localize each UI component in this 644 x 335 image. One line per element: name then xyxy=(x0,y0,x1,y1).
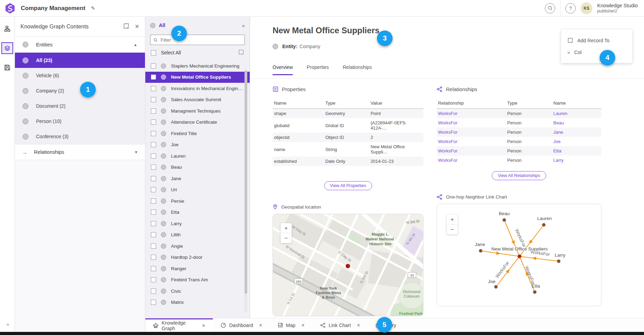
record-row[interactable]: Innovations in Mechanical Engin… xyxy=(145,83,250,94)
entities-header[interactable]: Entities ▲ xyxy=(15,37,145,53)
map-canvas[interactable]: N 3rd StW Clay StW Marshall StE Clay StN… xyxy=(273,214,423,316)
relationship-link[interactable]: WorksFor xyxy=(437,109,506,118)
record-row[interactable]: Lilith xyxy=(145,229,250,241)
relationship-name-link[interactable]: Etta xyxy=(552,146,602,156)
menu-item-collapse[interactable]: » Col xyxy=(561,46,632,58)
relationship-link[interactable]: WorksFor xyxy=(437,127,506,137)
menu-item-add-record-to[interactable]: Add Record To xyxy=(561,34,632,46)
link-chart-canvas[interactable]: WorksForWorksForWorksForWorksForBeauLaur… xyxy=(437,204,601,306)
record-row[interactable]: Uri xyxy=(145,184,250,196)
record-row[interactable]: Jane xyxy=(145,173,250,184)
tab-knowledge-graph[interactable]: Knowledge Graph ✕ xyxy=(145,318,213,332)
relationships-header[interactable]: → Relationships ▼ xyxy=(15,144,145,160)
help-button[interactable]: ? xyxy=(565,3,576,14)
relationship-name-link[interactable]: Lauren xyxy=(552,109,602,118)
record-checkbox[interactable] xyxy=(151,74,156,80)
relationship-name-link[interactable]: Joe xyxy=(552,137,602,146)
record-checkbox[interactable] xyxy=(151,289,156,294)
record-row[interactable]: Matrix xyxy=(145,297,250,308)
record-row[interactable]: Sales Associate Summit xyxy=(145,94,250,106)
record-row[interactable]: Managment Techniques xyxy=(145,105,250,117)
record-checkbox[interactable] xyxy=(151,210,156,215)
record-checkbox[interactable] xyxy=(151,277,156,282)
record-checkbox[interactable] xyxy=(151,300,156,305)
record-checkbox[interactable] xyxy=(151,244,156,249)
close-panel-icon[interactable]: ✕ xyxy=(135,23,139,30)
record-checkbox[interactable] xyxy=(151,120,156,125)
relationship-link[interactable]: WorksFor xyxy=(437,137,506,146)
tab-map[interactable]: Map ✕ xyxy=(270,318,312,332)
zoom-in-button[interactable]: + xyxy=(281,223,292,233)
close-tab-icon[interactable]: ✕ xyxy=(301,323,305,328)
close-tab-icon[interactable]: ✕ xyxy=(259,323,263,328)
relationship-link[interactable]: WorksFor xyxy=(437,118,506,127)
record-checkbox[interactable] xyxy=(151,165,156,170)
tab-relationships[interactable]: Relationships xyxy=(343,64,372,75)
tab-overview[interactable]: Overview xyxy=(273,64,293,75)
relationship-name-link[interactable]: Larry xyxy=(552,156,602,165)
add-record-icon[interactable] xyxy=(123,23,129,30)
search-button[interactable] xyxy=(545,3,555,14)
record-checkbox[interactable] xyxy=(151,176,156,181)
avatar[interactable]: KS xyxy=(581,2,592,14)
save-icon[interactable] xyxy=(1,62,13,73)
record-checkbox[interactable] xyxy=(151,131,156,136)
record-checkbox[interactable] xyxy=(151,63,156,69)
layers-icon[interactable] xyxy=(1,42,13,54)
entity-type-row[interactable]: Document (2) xyxy=(15,98,145,114)
record-row[interactable]: Ranger xyxy=(145,263,250,274)
relationship-name-link[interactable]: Jane xyxy=(552,127,602,137)
record-row[interactable]: New Metal Office Suppliers xyxy=(145,72,250,83)
collapse-panel-icon[interactable]: « xyxy=(242,23,245,28)
record-row[interactable]: Firebird Title xyxy=(145,128,250,139)
record-checkbox[interactable] xyxy=(151,153,156,159)
record-row[interactable]: Attendance Certificate xyxy=(145,117,250,128)
record-checkbox[interactable] xyxy=(151,86,156,91)
relationship-link[interactable]: WorksFor xyxy=(437,156,506,165)
record-row[interactable]: Lauren xyxy=(145,150,250,162)
select-all-checkbox[interactable] xyxy=(151,50,156,55)
edit-title-icon[interactable]: ✎ xyxy=(91,5,95,11)
tab-properties[interactable]: Properties xyxy=(307,64,329,75)
relationship-link[interactable]: WorksFor xyxy=(437,146,506,156)
user-block[interactable]: Knowledge Studio publisher2 xyxy=(597,3,638,14)
view-all-relationships-button[interactable]: View All Relationships xyxy=(492,171,546,180)
zoom-in-button[interactable]: + xyxy=(447,214,458,224)
record-row[interactable]: Etta xyxy=(145,207,250,218)
record-row[interactable]: Persie xyxy=(145,195,250,207)
record-row[interactable]: Hardtop 2-door xyxy=(145,252,250,263)
record-checkbox[interactable] xyxy=(151,199,156,204)
record-row[interactable]: Joe xyxy=(145,139,250,151)
add-record-icon[interactable] xyxy=(238,49,244,56)
entity-type-row[interactable]: All (23) xyxy=(15,53,145,68)
record-checkbox[interactable] xyxy=(151,97,156,102)
entity-type-row[interactable]: Conference (3) xyxy=(15,129,145,144)
record-list-scrollbar[interactable] xyxy=(244,70,247,313)
record-row[interactable]: Firebird Trans Am xyxy=(145,274,250,286)
record-row[interactable]: Angie xyxy=(145,240,250,252)
record-checkbox[interactable] xyxy=(151,187,156,192)
zoom-out-button[interactable]: − xyxy=(447,224,458,235)
close-tab-icon[interactable]: ✕ xyxy=(202,323,205,328)
entity-type-row[interactable]: Person (10) xyxy=(15,114,145,129)
record-checkbox[interactable] xyxy=(151,142,156,147)
tab-link-chart[interactable]: Link Chart ✕ xyxy=(312,318,368,332)
relationship-name-link[interactable]: Beau xyxy=(552,118,602,127)
expand-panel-icon[interactable]: » xyxy=(0,321,15,327)
record-row[interactable]: Civic xyxy=(145,285,250,297)
tab-dashboard[interactable]: Dashboard ✕ xyxy=(213,318,270,332)
hierarchy-icon[interactable] xyxy=(1,23,13,35)
record-checkbox[interactable] xyxy=(151,266,156,271)
geospatial-map[interactable]: + − xyxy=(273,214,423,316)
record-row[interactable]: Beau xyxy=(145,162,250,173)
record-row[interactable]: Staplers Mechanical Engineering xyxy=(145,60,250,72)
close-tab-icon[interactable]: ✕ xyxy=(357,323,360,328)
record-row[interactable]: Larry xyxy=(145,218,250,229)
one-hop-link-chart[interactable]: + − WorksForWorksForWorksForWorksForBeau… xyxy=(437,204,601,306)
record-checkbox[interactable] xyxy=(151,255,156,260)
record-checkbox[interactable] xyxy=(151,232,156,237)
scrollbar-thumb[interactable] xyxy=(244,70,247,294)
filter-field[interactable] xyxy=(150,35,245,45)
view-all-properties-button[interactable]: View All Properties xyxy=(324,181,372,190)
entity-type-row[interactable]: Vehicle (6) xyxy=(15,68,145,83)
